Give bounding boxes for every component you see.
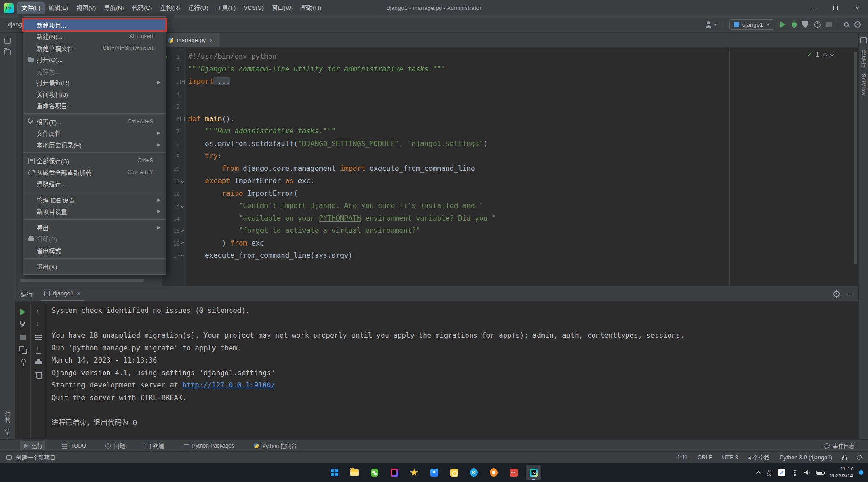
editor-scrollbar[interactable] bbox=[854, 52, 857, 264]
fold-icon[interactable] bbox=[179, 80, 186, 84]
fold-icon[interactable] bbox=[179, 255, 186, 257]
run-console[interactable]: System check identified no issues (0 sil… bbox=[46, 302, 858, 439]
editor-code[interactable]: #!/usr/bin/env python"""Django's command… bbox=[188, 48, 858, 286]
menubar-item[interactable]: 编辑(E) bbox=[45, 2, 72, 14]
menubar-item[interactable]: 文件(F) bbox=[17, 2, 45, 14]
menubar-item[interactable]: 窗口(W) bbox=[268, 2, 297, 14]
print-icon[interactable] bbox=[33, 357, 44, 368]
menubar-item[interactable]: VCS(S) bbox=[240, 2, 268, 14]
code-line[interactable]: except ImportError as exc: bbox=[188, 175, 858, 188]
menu-item[interactable]: 新建(N)... Alt+Insert bbox=[23, 31, 166, 43]
menubar-item[interactable]: 导航(N) bbox=[100, 2, 128, 14]
file-encoding[interactable]: UTF-8 bbox=[722, 454, 738, 461]
run-tab-close-icon[interactable]: × bbox=[77, 290, 80, 297]
code-line[interactable]: os.environ.setdefault("DJANGO_SETTINGS_M… bbox=[188, 138, 858, 151]
clear-console-icon[interactable] bbox=[33, 370, 44, 381]
browser-star-taskbar-button[interactable] bbox=[406, 465, 422, 480]
menubar-item[interactable]: 帮助(H) bbox=[297, 2, 325, 14]
search-icon[interactable] bbox=[844, 22, 849, 27]
menubar-item[interactable]: 运行(U) bbox=[184, 2, 212, 14]
down-stacktrace-icon[interactable] bbox=[33, 319, 44, 330]
wifi-icon[interactable] bbox=[791, 470, 798, 476]
settings-gear-icon[interactable] bbox=[854, 21, 861, 28]
menu-item[interactable]: 全部保存(S) Ctrl+S bbox=[23, 155, 166, 167]
menu-item[interactable]: 新项目设置 bbox=[23, 206, 166, 217]
menu-item[interactable]: 关闭项目(J) bbox=[23, 88, 166, 100]
sciview-tool-button[interactable]: SciView bbox=[860, 74, 867, 96]
tool-window-button[interactable]: 终端 bbox=[141, 441, 166, 450]
pin-tab-icon[interactable] bbox=[18, 357, 28, 368]
layout-icon[interactable] bbox=[18, 345, 28, 355]
menu-item[interactable]: 从磁盘全部重新加载 Ctrl+Alt+Y bbox=[23, 166, 166, 178]
python-interpreter[interactable]: Python 3.9 (django1) bbox=[780, 454, 832, 461]
tool-window-button[interactable]: Python Packages bbox=[180, 442, 237, 450]
code-line[interactable]: "Couldn't import Django. Are you sure it… bbox=[188, 200, 858, 213]
fold-icon[interactable] bbox=[179, 230, 186, 232]
menu-item[interactable]: 退出(X) bbox=[23, 261, 166, 273]
inspection-widget[interactable]: ✓ 1 bbox=[807, 51, 834, 58]
fold-icon[interactable] bbox=[179, 242, 186, 244]
scroll-to-end-icon[interactable] bbox=[33, 345, 44, 355]
code-line[interactable]: import ... bbox=[188, 76, 858, 88]
pycharm-taskbar-button[interactable]: PC bbox=[526, 465, 541, 480]
debug-button[interactable] bbox=[792, 21, 797, 28]
code-line[interactable]: "forget to activate a virtual environmen… bbox=[188, 225, 858, 237]
orange-taskbar-button[interactable] bbox=[486, 465, 501, 480]
code-line[interactable]: try: bbox=[188, 150, 858, 163]
line-separator[interactable]: CRLF bbox=[698, 454, 712, 461]
menubar-item[interactable]: 视图(V) bbox=[72, 2, 100, 14]
editor-tab-manage-py[interactable]: manage.py × bbox=[163, 33, 219, 47]
menu-item[interactable]: 清除缓存... bbox=[23, 178, 166, 190]
menu-item[interactable]: 打开最近(R) bbox=[23, 77, 166, 89]
event-log-button[interactable]: 事件日志 bbox=[824, 442, 854, 449]
tray-check-app-icon[interactable]: ✓ bbox=[778, 469, 785, 476]
code-line[interactable]: def main(): bbox=[188, 113, 858, 126]
profiler-button[interactable] bbox=[814, 21, 821, 28]
prev-problem-icon[interactable] bbox=[823, 53, 827, 58]
notifications-bell-icon[interactable] bbox=[857, 455, 862, 460]
tool-window-button[interactable]: Python 控制台 bbox=[250, 441, 300, 450]
battery-icon[interactable] bbox=[816, 471, 824, 475]
code-line[interactable]: #!/usr/bin/env python bbox=[188, 51, 858, 63]
code-line[interactable]: "available on your PYTHONPATH environmen… bbox=[188, 213, 858, 225]
menu-item[interactable]: 重命名项目... bbox=[23, 100, 166, 112]
code-line[interactable]: from django.core.management import execu… bbox=[188, 163, 858, 175]
tool-window-button[interactable]: TODO bbox=[59, 442, 89, 450]
soft-wrap-icon[interactable] bbox=[33, 332, 44, 343]
volume-icon[interactable] bbox=[804, 470, 811, 475]
explorer-taskbar-button[interactable] bbox=[347, 465, 362, 480]
code-line[interactable] bbox=[188, 88, 858, 101]
edit-configuration-icon[interactable] bbox=[18, 319, 28, 330]
clock[interactable]: 11:17 2023/3/14 bbox=[830, 465, 853, 479]
folders-tool-icon[interactable] bbox=[4, 49, 11, 55]
run-tab-django1[interactable]: django1 × bbox=[41, 286, 84, 301]
hide-panel-icon[interactable]: — bbox=[847, 290, 853, 297]
run-button[interactable] bbox=[780, 21, 786, 28]
menubar-item[interactable]: 重构(R) bbox=[156, 2, 184, 14]
kugou-taskbar-button[interactable]: K bbox=[466, 465, 481, 480]
menu-item[interactable]: 管理 IDE 设置 bbox=[23, 194, 166, 206]
close-button[interactable]: × bbox=[846, 0, 868, 16]
database-tool-button[interactable]: 数据库 bbox=[859, 50, 867, 67]
minimize-button[interactable]: — bbox=[803, 0, 825, 16]
idea-taskbar-button[interactable] bbox=[387, 465, 402, 480]
tab-close-icon[interactable]: × bbox=[209, 37, 213, 43]
coverage-button[interactable] bbox=[802, 21, 808, 28]
notification-center-icon[interactable] bbox=[859, 470, 863, 475]
menu-item[interactable]: 导出 bbox=[23, 222, 166, 233]
up-stacktrace-icon[interactable] bbox=[33, 307, 44, 317]
code-line[interactable] bbox=[188, 100, 858, 113]
pin-icon[interactable] bbox=[5, 429, 9, 433]
tool-window-button[interactable]: 问题 bbox=[102, 441, 127, 450]
readonly-lock-icon[interactable] bbox=[842, 457, 847, 460]
code-line[interactable]: raise ImportError( bbox=[188, 188, 858, 200]
start-taskbar-button[interactable] bbox=[327, 465, 342, 480]
run-config-selector[interactable]: django1 bbox=[729, 19, 774, 30]
menu-item[interactable]: 新建草稿文件 Ctrl+Alt+Shift+Insert bbox=[23, 42, 166, 54]
structure-tool-button[interactable]: 结构 bbox=[4, 411, 11, 423]
menu-item[interactable]: 打开(O)... bbox=[23, 54, 166, 66]
fold-icon[interactable] bbox=[179, 205, 186, 207]
menu-item[interactable]: 本地历史记录(H) bbox=[23, 139, 166, 151]
menubar-item[interactable]: 工具(T) bbox=[212, 2, 240, 14]
user-menu[interactable] bbox=[705, 21, 717, 28]
